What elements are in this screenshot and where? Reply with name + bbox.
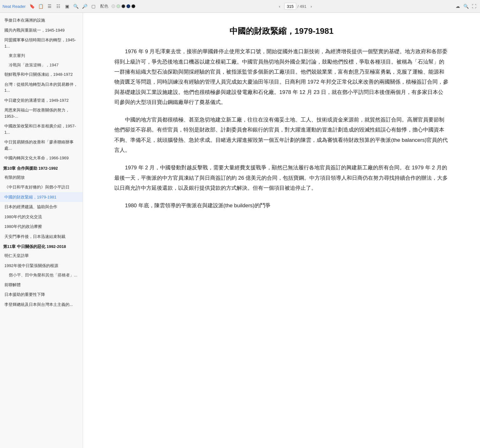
sidebar-item-21[interactable]: 1992年後中日緊張關係的根源 [0, 261, 83, 271]
sidebar-item-24[interactable]: 日本援助的重要性下降 [0, 290, 83, 300]
main-layout: 爭搶日本在滿洲的設施 國共內戰與重新統一，1945-1949 同盟國軍事佔領時期… [0, 13, 480, 448]
page-total: / 491 [297, 4, 307, 9]
app-name: Neat Reader [3, 4, 26, 9]
sidebar-item-13[interactable]: 有限的開放 [0, 173, 83, 183]
color-dot-5[interactable] [132, 4, 135, 8]
sidebar: 爭搶日本在滿洲的設施 國共內戰與重新統一，1945-1949 同盟國軍事佔領時期… [0, 13, 83, 448]
sidebar-subitem-22[interactable]: 鄧小平、田中角榮和其他「搭橋者」... [0, 270, 83, 280]
zoom-icon[interactable]: 🔎 [81, 3, 88, 10]
page-navigation: ‹ 315 / 491 › [276, 3, 315, 10]
sidebar-item-16[interactable]: 日本的經濟建議、協助與合作 [0, 202, 83, 212]
color-dots-group [111, 4, 135, 8]
sidebar-item-25[interactable]: 李登輝總統及日本與台灣本土主義的... [0, 300, 83, 310]
sidebar-item-6[interactable]: 朝鮮戰爭和中日關係凍結，1948-1972 [0, 70, 83, 80]
bookmark-icon[interactable]: 🔖 [29, 3, 36, 10]
sidebar-item-2[interactable]: 國共內戰與重新統一，1945-1949 [0, 25, 83, 35]
search-icon[interactable]: 🔍 [73, 3, 80, 10]
content-area[interactable]: 中國的財政緊縮，1979-1981 1976 年 9 月毛澤東去世，接班的華國鋒… [83, 13, 480, 448]
sidebar-item-1[interactable]: 爭搶日本在滿洲的設施 [0, 15, 83, 25]
sidebar-item-8[interactable]: 中日建交前的溝通管道，1949-1972 [0, 95, 83, 106]
right-icons: ☁ 🔍 ⛶ [454, 3, 477, 10]
sidebar-item-3[interactable]: 同盟國軍事佔領時期日本的轉型，1945-1... [0, 35, 83, 51]
content-title: 中國的財政緊縮，1979-1981 [114, 25, 449, 37]
copy-icon[interactable]: 📋 [38, 3, 44, 10]
sidebar-chapter-11[interactable]: 第11章 中日關係的惡化 1992-2018 [0, 241, 83, 251]
sidebar-item-18[interactable]: 1980年代的政治摩擦 [0, 222, 83, 232]
layout-icon[interactable]: ▢ [90, 3, 97, 10]
sidebar-item-11[interactable]: 中日貿易關係的改善和「廖承聯絡辦事處... [0, 137, 83, 153]
content-paragraph-4: 1980 年底，陳雲領導的平衡派在與建設派(the builders)的鬥爭 [114, 201, 449, 211]
color-dot-3[interactable] [121, 4, 125, 8]
sidebar-subitem-4[interactable]: 東京審判 [0, 51, 83, 60]
fullscreen-icon[interactable]: ⛶ [471, 3, 477, 10]
next-page-button[interactable]: › [308, 3, 315, 10]
content-paragraph-1: 1976 年 9 月毛澤東去世，接班的華國鋒停止使用文革口號，開始從國外進口新技… [114, 47, 449, 107]
content-paragraph-2: 中國的地方官員都很積極、甚至急切地建立新工廠，往往在沒有備妥土地、工人、技術或資… [114, 115, 449, 155]
sidebar-item-17[interactable]: 1980年代的文化交流 [0, 212, 83, 222]
sidebar-item-12[interactable]: 中國內轉與文化大革命，1966-1969 [0, 153, 83, 163]
page-icon[interactable]: ▣ [64, 3, 71, 10]
content-paragraph-3: 1979 年 2 月，中國發動對越反擊戰，需要大量經費支援戰爭，顯然已無法履行各… [114, 163, 449, 193]
sidebar-item-20[interactable]: 明仁天皇訪華 [0, 251, 83, 261]
cloud-icon[interactable]: ☁ [454, 3, 461, 10]
sidebar-item-14[interactable]: 《中日和平友好條約》與鄧小平訪日 [0, 182, 83, 192]
page-number-input[interactable]: 315 [284, 3, 296, 10]
find-icon[interactable]: 🔍 [462, 3, 469, 10]
grid-icon[interactable]: ☷ [55, 3, 62, 10]
color-dot-4[interactable] [126, 4, 130, 8]
color-label: 配色 [100, 3, 108, 9]
sidebar-item-23[interactable]: 前聯解體 [0, 280, 83, 290]
sidebar-item-10[interactable]: 中國政策收緊和日本首相廣介紹，1957-1... [0, 121, 83, 137]
sidebar-item-19[interactable]: 天安門事件後，日本迅速結束制裁 [0, 232, 83, 242]
color-dot-1[interactable] [111, 4, 115, 8]
menu-icon[interactable]: ☰ [46, 3, 53, 10]
sidebar-item-7[interactable]: 台灣：從殖民地轉型為日本的貿易夥伴，1... [0, 80, 83, 95]
prev-page-button[interactable]: ‹ [276, 3, 283, 10]
sidebar-item-9[interactable]: 周恩來與福山一郎改善關係的努力，1953-... [0, 105, 83, 121]
sidebar-item-15-active[interactable]: 中國的財政緊縮，1979-1981 [0, 192, 83, 202]
sidebar-subitem-5[interactable]: 冷戰與「政策逆轉」，1947 [0, 60, 83, 70]
toolbar: Neat Reader 🔖 📋 ☰ ☷ ▣ 🔍 🔎 ▢ 配色 ‹ 315 / 4… [0, 0, 480, 13]
sidebar-chapter-10[interactable]: 第10章 合作與援助 1972-1992 [0, 163, 83, 173]
color-dot-2[interactable] [116, 4, 120, 8]
